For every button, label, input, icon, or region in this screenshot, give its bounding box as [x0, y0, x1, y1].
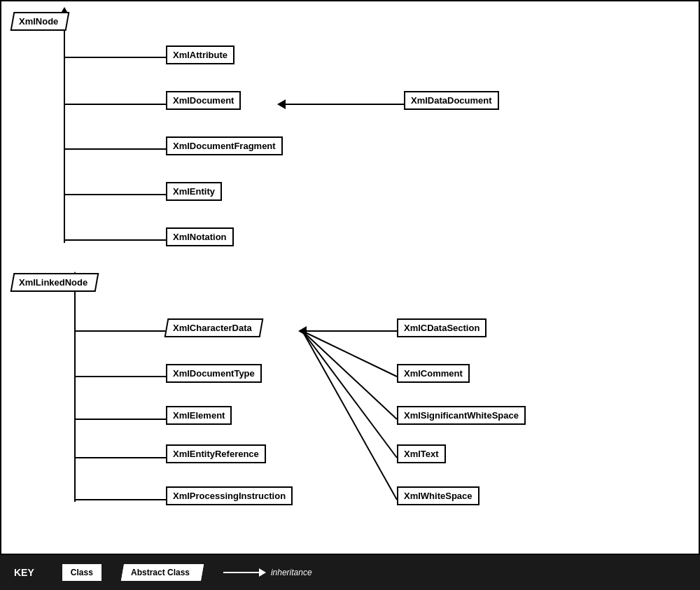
svg-line-22: [302, 331, 397, 458]
key-title: KEY: [14, 567, 34, 578]
node-XmlNotation: XmlNotation: [166, 227, 234, 246]
node-XmlDocumentFragment: XmlDocumentFragment: [166, 136, 283, 155]
diagram-lines: [1, 1, 699, 554]
svg-marker-19: [298, 326, 307, 336]
svg-line-21: [302, 331, 397, 419]
node-XmlDocumentType: XmlDocumentType: [166, 364, 262, 383]
node-XmlLinkedNode: XmlLinkedNode: [10, 273, 99, 292]
node-XmlCDataSection: XmlCDataSection: [397, 318, 486, 337]
node-XmlCharacterData: XmlCharacterData: [164, 318, 263, 337]
node-XmlWhiteSpace: XmlWhiteSpace: [397, 486, 479, 505]
key-class-box: Class: [62, 564, 102, 581]
node-XmlProcessingInstruction: XmlProcessingInstruction: [166, 486, 293, 505]
node-XmlAttribute: XmlAttribute: [166, 45, 234, 64]
diagram-area: XmlNode XmlAttribute XmlDocument XmlData…: [0, 0, 700, 555]
node-XmlText: XmlText: [397, 444, 446, 463]
node-XmlElement: XmlElement: [166, 406, 232, 425]
svg-line-20: [302, 331, 397, 377]
node-XmlNode: XmlNode: [10, 12, 70, 31]
key-abstract-class-box: Abstract Class: [121, 564, 204, 581]
node-XmlEntity: XmlEntity: [166, 182, 222, 201]
node-XmlDataDocument: XmlDataDocument: [404, 91, 499, 110]
svg-marker-9: [277, 99, 286, 109]
svg-line-23: [302, 331, 397, 500]
node-XmlDocument: XmlDocument: [166, 91, 241, 110]
key-arrow-line: [223, 572, 265, 573]
key-inheritance-label: inheritance: [271, 568, 312, 577]
node-XmlComment: XmlComment: [397, 364, 470, 383]
node-XmlEntityReference: XmlEntityReference: [166, 444, 266, 463]
key-inheritance-area: inheritance: [223, 568, 312, 577]
node-XmlSignificantWhiteSpace: XmlSignificantWhiteSpace: [397, 406, 526, 425]
key-area: KEY Class Abstract Class inheritance: [0, 555, 700, 590]
